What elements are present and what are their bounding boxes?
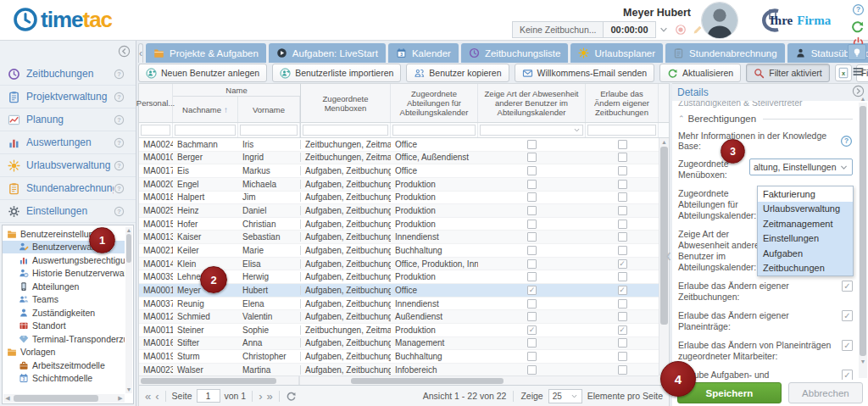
help-icon[interactable]: ?: [114, 114, 125, 125]
allow-edit-checkbox[interactable]: [618, 180, 627, 189]
sidebar-item[interactable]: Projektverwaltung ?: [0, 86, 136, 108]
table-row[interactable]: MA0017 Eis Markus Aufgaben, Zeitbuchunge…: [139, 164, 659, 178]
permission-checkbox[interactable]: [842, 370, 853, 380]
table-row[interactable]: MA0011 Steiner Sophie Zeitbuchungen, Zei…: [139, 324, 659, 337]
table-row[interactable]: MA0018 Halpert Jim Aufgaben, Zeitbuchung…: [139, 192, 659, 205]
dropdown-option[interactable]: Zeitbuchungen: [758, 261, 853, 276]
toolbar-button[interactable]: Filter aktiviert: [746, 64, 829, 82]
help-icon[interactable]: ?: [852, 3, 865, 16]
filter-allow-edit-input[interactable]: [587, 125, 656, 136]
help-icon[interactable]: ?: [114, 137, 125, 148]
grid-menu-icon[interactable]: [851, 64, 865, 79]
scrollbar-thumb[interactable]: [14, 395, 98, 402]
tab[interactable]: Zeitbuchungsliste ✕: [461, 43, 569, 63]
allow-edit-checkbox[interactable]: [618, 232, 627, 242]
column-header-vorname[interactable]: Vorname: [238, 97, 300, 122]
column-header-personal[interactable]: Personal...: [139, 84, 173, 122]
tabs-scroll-left-button[interactable]: ‹: [138, 43, 143, 63]
dropdown-option[interactable]: Fakturierung: [758, 186, 853, 202]
sidebar-item[interactable]: Einstellungen ?: [0, 200, 136, 223]
allow-edit-checkbox[interactable]: [618, 166, 627, 175]
column-header-nachname[interactable]: Nachname↑: [173, 97, 238, 122]
column-header-menuboxes[interactable]: Zugeordnete Menüboxen: [300, 84, 391, 122]
show-absence-checkbox[interactable]: [527, 259, 537, 269]
toolbar-button[interactable]: Aktualisieren: [659, 64, 741, 82]
tree-item[interactable]: Standort: [3, 320, 125, 333]
column-header-allow-edit[interactable]: Erlaube das Ändern eigener Zeitbuchungen: [586, 84, 659, 122]
show-absence-checkbox[interactable]: [527, 352, 537, 361]
permission-checkbox[interactable]: [842, 310, 853, 321]
filter-vorname-input[interactable]: [240, 125, 298, 136]
toolbar-button[interactable]: Benutzer kopieren: [406, 64, 509, 82]
show-absence-checkbox[interactable]: [527, 365, 537, 375]
show-absence-checkbox[interactable]: [527, 272, 537, 281]
tree-item[interactable]: Vorlagen: [3, 346, 125, 359]
tab[interactable]: Aufgaben: LiveStart ✕: [269, 43, 386, 63]
scrollbar-thumb[interactable]: [351, 378, 504, 384]
previous-page-button[interactable]: ‹: [155, 391, 159, 402]
show-absence-checkbox[interactable]: [527, 232, 537, 242]
panel-splitter-arrow-icon[interactable]: ❮: [665, 250, 672, 262]
table-row[interactable]: MA0025 Heinz Daniel Aufgaben, Zeitbuchun…: [139, 204, 659, 218]
show-absence-checkbox[interactable]: [527, 166, 537, 175]
filter-personal-input[interactable]: [141, 125, 170, 136]
timer-status[interactable]: Keine Zeitbuchun...: [512, 21, 604, 38]
permission-checkbox[interactable]: [842, 281, 853, 292]
tree-item[interactable]: Arbeitszeitmodelle: [3, 359, 125, 372]
scrollbar-thumb[interactable]: [141, 378, 276, 384]
tab[interactable]: Projekte & Aufgaben ✕: [146, 43, 266, 63]
permission-checkbox[interactable]: [842, 340, 853, 351]
scroll-columns-scrollbar[interactable]: [300, 375, 659, 385]
filter-departments-input[interactable]: [392, 125, 476, 136]
dropdown-option[interactable]: Zeitmanagement: [758, 216, 853, 231]
allow-edit-checkbox[interactable]: [618, 299, 627, 309]
column-header-show-absence[interactable]: Zeige Art der Abwesenheit anderer Benutz…: [478, 84, 586, 122]
allow-edit-checkbox[interactable]: [618, 259, 627, 269]
knowledge-base-help-icon[interactable]: ?: [840, 135, 853, 147]
show-absence-checkbox[interactable]: [527, 180, 537, 189]
table-row[interactable]: MA0020 Engel Michaela Aufgaben, Zeitbuch…: [139, 178, 659, 192]
table-row[interactable]: MA0015 Hofer Christian Aufgaben, Zeitbuc…: [139, 218, 659, 231]
allow-edit-checkbox[interactable]: [618, 246, 627, 255]
tree-item[interactable]: Teams: [3, 293, 125, 307]
scrollbar-thumb[interactable]: [126, 234, 131, 263]
permissions-section-header[interactable]: ⌃ Berechtigungen: [678, 114, 853, 124]
timer-chevron-down-icon[interactable]: [659, 25, 669, 35]
hints-lightbulb-button[interactable]: [848, 44, 866, 60]
toolbar-button[interactable]: Benutzerliste importieren: [272, 64, 401, 82]
allow-edit-checkbox[interactable]: [618, 206, 627, 215]
allow-edit-checkbox[interactable]: [618, 365, 627, 375]
sidebar-item[interactable]: Auswertungen ?: [0, 131, 136, 154]
show-absence-checkbox[interactable]: [527, 246, 537, 255]
stop-recording-icon[interactable]: [675, 24, 687, 36]
page-number-input[interactable]: [197, 389, 220, 403]
refresh-table-icon[interactable]: [286, 391, 297, 402]
allow-edit-checkbox[interactable]: [618, 272, 627, 281]
last-page-button[interactable]: »: [267, 391, 273, 402]
details-vertical-scrollbar[interactable]: ▲ ▼: [859, 103, 867, 378]
tree-vertical-scrollbar[interactable]: ▲ ▼: [125, 227, 132, 393]
previous-section-header[interactable]: Zuständigkeiten & Stellvertreter: [678, 101, 853, 108]
dropdown-option[interactable]: Urlaubsverwaltung: [758, 202, 853, 217]
allow-edit-checkbox[interactable]: [618, 325, 627, 335]
details-collapse-icon[interactable]: [852, 85, 865, 97]
menuboxes-combobox[interactable]: altung, Einstellungen: [749, 159, 853, 175]
tree-item[interactable]: Historie Benutzerverwaltung: [3, 267, 125, 281]
cancel-button[interactable]: Abbrechen: [788, 382, 863, 403]
table-row[interactable]: MA0013 Kaiser Sebastian Aufgaben, Zeitbu…: [139, 231, 659, 244]
sidebar-item[interactable]: Urlaubsverwaltung ?: [0, 154, 136, 177]
allow-edit-checkbox[interactable]: [618, 140, 627, 149]
scrollbar-thumb[interactable]: [660, 147, 668, 325]
help-icon[interactable]: ?: [114, 183, 125, 194]
help-icon[interactable]: ?: [114, 160, 125, 171]
filter-show-absence-select[interactable]: [480, 125, 583, 136]
frozen-columns-scrollbar[interactable]: [139, 375, 300, 385]
allow-edit-checkbox[interactable]: [618, 286, 627, 295]
show-absence-checkbox[interactable]: [527, 312, 537, 321]
toolbar-button[interactable]: Willkommens-Email senden: [515, 64, 655, 82]
sidebar-item[interactable]: Stundenabrechnung ?: [0, 177, 136, 200]
show-absence-checkbox[interactable]: [527, 140, 537, 149]
table-row[interactable]: MA0010 Berger Ingrid Zeitbuchungen, Zeit…: [139, 152, 659, 165]
page-size-select[interactable]: 25: [548, 389, 582, 403]
scroll-left-icon[interactable]: ◀: [3, 394, 12, 403]
